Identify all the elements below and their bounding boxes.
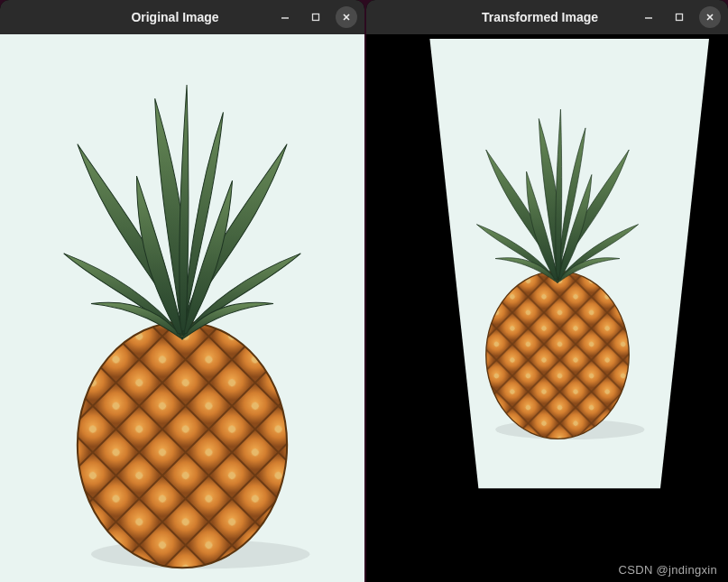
close-button[interactable] (699, 6, 721, 28)
maximize-button[interactable] (305, 6, 327, 28)
titlebar-transformed[interactable]: Transformed Image (366, 0, 728, 34)
close-icon (341, 12, 352, 23)
close-icon (705, 12, 715, 23)
window-title-original: Original Image (7, 10, 274, 24)
minimize-icon (280, 12, 290, 23)
minimize-button[interactable] (638, 6, 659, 28)
original-content (0, 34, 364, 582)
maximize-icon (674, 12, 685, 23)
window-controls-transformed (638, 6, 721, 28)
transformed-content: CSDN @jndingxin (366, 34, 728, 582)
maximize-button[interactable] (668, 6, 690, 28)
pineapple-illustration-transformed (431, 75, 685, 448)
svg-point-15 (486, 271, 629, 439)
titlebar-original[interactable]: Original Image (0, 0, 364, 34)
window-controls-original (274, 6, 357, 28)
watermark-text: CSDN @jndingxin (619, 563, 717, 577)
svg-rect-1 (313, 14, 319, 21)
close-button[interactable] (336, 6, 357, 28)
transformed-stage (366, 34, 728, 582)
minimize-button[interactable] (274, 6, 296, 28)
transformed-image-window: Transformed Image (366, 0, 728, 582)
original-image-window: Original Image (0, 0, 364, 582)
svg-point-8 (78, 322, 287, 568)
window-title-transformed: Transformed Image (373, 10, 638, 24)
svg-rect-11 (677, 14, 683, 21)
transformed-image-canvas (384, 39, 709, 517)
pineapple-illustration (0, 34, 364, 582)
minimize-icon (643, 12, 654, 23)
original-image-canvas (0, 34, 364, 582)
maximize-icon (310, 12, 321, 23)
